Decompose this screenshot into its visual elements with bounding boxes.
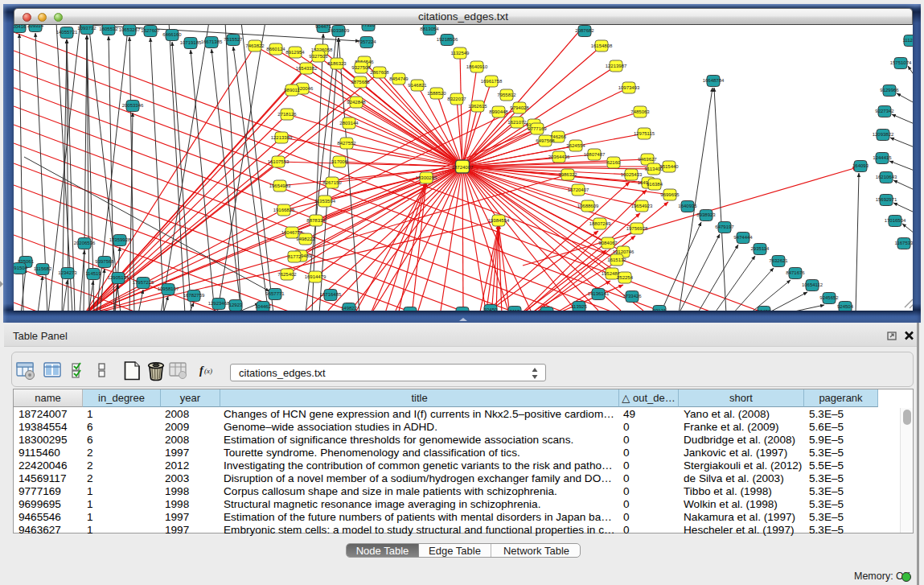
svg-text:16154808: 16154808 xyxy=(591,43,613,48)
svg-text:8427552: 8427552 xyxy=(337,141,356,146)
svg-text:(x): (x) xyxy=(204,367,212,375)
svg-text:8660124: 8660124 xyxy=(266,47,285,51)
svg-text:18640910: 18640910 xyxy=(466,64,488,69)
svg-text:10688609: 10688609 xyxy=(577,204,599,208)
svg-text:92450: 92450 xyxy=(484,307,498,311)
svg-text:81772: 81772 xyxy=(288,254,302,259)
svg-text:9242848: 9242848 xyxy=(347,100,366,105)
svg-text:9777169: 9777169 xyxy=(528,126,547,131)
svg-text:17016504: 17016504 xyxy=(885,218,906,223)
svg-text:1621072: 1621072 xyxy=(507,120,527,125)
svg-text:10654112: 10654112 xyxy=(802,282,823,287)
svg-text:15692971: 15692971 xyxy=(876,197,897,202)
svg-text:18300295: 18300295 xyxy=(416,175,437,180)
svg-text:9657771: 9657771 xyxy=(265,291,285,296)
svg-text:113925: 113925 xyxy=(571,304,587,309)
svg-text:16543382: 16543382 xyxy=(296,66,318,71)
svg-text:10653267: 10653267 xyxy=(119,27,141,32)
svg-text:8322037: 8322037 xyxy=(447,97,466,101)
svg-text:7625402: 7625402 xyxy=(277,272,297,277)
svg-text:8912954: 8912954 xyxy=(285,50,305,55)
svg-text:7955812: 7955812 xyxy=(497,93,516,97)
svg-text:1640935: 1640935 xyxy=(678,204,697,208)
svg-text:18724007: 18724007 xyxy=(452,165,474,170)
svg-text:9245652: 9245652 xyxy=(819,295,839,300)
svg-text:12213987: 12213987 xyxy=(606,64,627,68)
svg-text:7357224: 7357224 xyxy=(357,39,376,44)
svg-text:9498222: 9498222 xyxy=(296,237,315,241)
svg-text:12975115: 12975115 xyxy=(634,131,655,136)
svg-text:17957225: 17957225 xyxy=(133,280,154,285)
svg-text:12093822: 12093822 xyxy=(873,132,894,137)
svg-text:1362615: 1362615 xyxy=(468,104,487,109)
svg-text:8938923: 8938923 xyxy=(696,212,716,217)
svg-text:1615132: 1615132 xyxy=(607,257,626,262)
svg-text:17359928: 17359928 xyxy=(109,237,131,242)
svg-text:209314: 209314 xyxy=(27,25,44,28)
svg-text:14055721: 14055721 xyxy=(56,30,78,35)
svg-text:924504: 924504 xyxy=(837,304,854,309)
svg-text:15751074: 15751074 xyxy=(890,60,912,65)
svg-text:16782759: 16782759 xyxy=(183,293,205,298)
svg-text:16648784: 16648784 xyxy=(703,78,725,83)
svg-text:10719185: 10719185 xyxy=(180,40,202,45)
svg-text:104462: 104462 xyxy=(255,304,272,309)
svg-text:7515527: 7515527 xyxy=(224,37,243,42)
svg-text:16961758: 16961758 xyxy=(481,79,503,84)
svg-text:19756928: 19756928 xyxy=(626,226,648,231)
svg-text:15716485: 15716485 xyxy=(320,292,342,297)
svg-text:2867608: 2867608 xyxy=(370,70,389,75)
svg-text:6466160: 6466160 xyxy=(162,32,182,37)
svg-text:8454749: 8454749 xyxy=(389,76,409,81)
svg-text:10807487: 10807487 xyxy=(584,152,606,157)
svg-text:12923468: 12923468 xyxy=(208,301,230,306)
svg-text:2718126: 2718126 xyxy=(277,112,297,117)
svg-text:149822: 149822 xyxy=(341,306,358,311)
svg-text:2935114: 2935114 xyxy=(751,246,770,251)
svg-text:19218506: 19218506 xyxy=(437,37,458,42)
svg-text:8186323: 8186323 xyxy=(327,61,347,66)
svg-text:17240: 17240 xyxy=(456,310,470,311)
svg-text:10973493: 10973493 xyxy=(618,85,640,90)
svg-text:20416: 20416 xyxy=(14,25,27,29)
svg-text:10958107: 10958107 xyxy=(158,286,179,291)
svg-text:1132549: 1132549 xyxy=(451,51,470,56)
svg-text:10120746: 10120746 xyxy=(613,249,634,254)
svg-text:77320: 77320 xyxy=(362,25,376,27)
svg-text:1234273: 1234273 xyxy=(58,270,77,275)
svg-text:16210643: 16210643 xyxy=(876,175,897,179)
svg-text:20364436: 20364436 xyxy=(548,154,570,159)
svg-text:6497568: 6497568 xyxy=(536,138,555,143)
svg-text:1527607: 1527607 xyxy=(141,28,160,33)
svg-text:3875685: 3875685 xyxy=(351,80,370,84)
svg-text:16033809: 16033809 xyxy=(328,28,350,33)
svg-text:1093732: 1093732 xyxy=(77,26,97,31)
svg-text:9327508: 9327508 xyxy=(351,65,371,70)
svg-text:6479197: 6479197 xyxy=(715,225,734,229)
svg-text:917006: 917006 xyxy=(331,159,348,164)
svg-text:8267150: 8267150 xyxy=(322,180,342,185)
svg-text:88210: 88210 xyxy=(404,310,417,311)
svg-text:9129966: 9129966 xyxy=(880,88,899,93)
svg-text:9794028: 9794028 xyxy=(510,105,529,110)
svg-text:16914479: 16914479 xyxy=(305,274,326,279)
svg-text:1733426: 1733426 xyxy=(622,294,642,299)
svg-text:93121: 93121 xyxy=(653,308,667,311)
svg-text:1244415: 1244415 xyxy=(873,155,892,160)
svg-text:9084067: 9084067 xyxy=(598,241,618,245)
svg-text:92450: 92450 xyxy=(758,309,771,311)
svg-text:10444: 10444 xyxy=(540,310,554,311)
svg-text:252254: 252254 xyxy=(617,275,634,280)
svg-text:9474444: 9474444 xyxy=(733,235,753,240)
svg-text:9113400: 9113400 xyxy=(645,167,664,171)
svg-text:18807249: 18807249 xyxy=(589,221,611,226)
svg-text:3624554: 3624554 xyxy=(566,143,585,148)
svg-text:8813054: 8813054 xyxy=(420,27,439,31)
svg-text:19654983: 19654983 xyxy=(269,183,291,188)
svg-text:7986322: 7986322 xyxy=(558,172,577,177)
svg-text:20206536: 20206536 xyxy=(74,241,96,245)
svg-text:12905135: 12905135 xyxy=(108,275,129,280)
svg-text:9463627: 9463627 xyxy=(638,157,657,162)
svg-text:9397568: 9397568 xyxy=(95,259,114,264)
svg-text:1605532: 1605532 xyxy=(99,27,118,31)
